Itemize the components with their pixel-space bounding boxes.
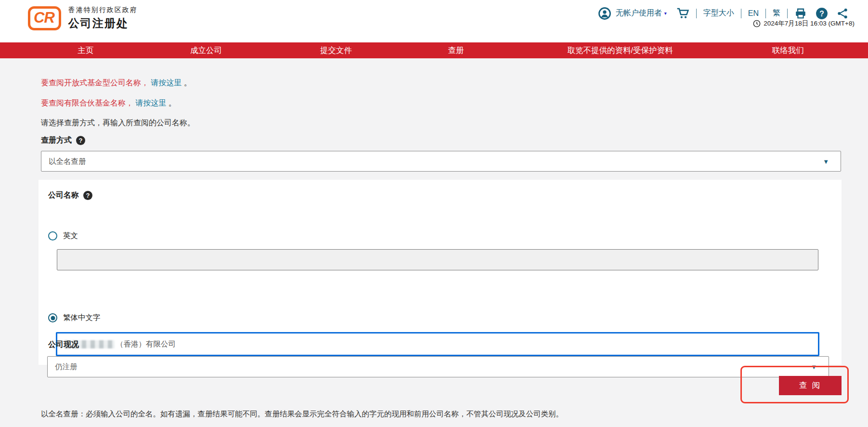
- search-button[interactable]: 查 阅: [779, 376, 842, 395]
- cr-logo: CR: [28, 6, 61, 30]
- datetime-text: 2024年7月18日 16:03 (GMT+8): [764, 19, 855, 28]
- user-menu-label: 无帐户使用者: [616, 8, 662, 18]
- nav-item-home[interactable]: 主页: [78, 42, 94, 58]
- notice-open-fund: 要查阅开放式基金型公司名称， 请按这里 。: [41, 78, 192, 88]
- user-menu[interactable]: 无帐户使用者 ▾: [598, 7, 667, 20]
- caret-down-icon: ▼: [823, 158, 829, 165]
- search-mode-select[interactable]: 以全名查册 ▼: [41, 151, 841, 172]
- nav-item-incorporation[interactable]: 成立公司: [190, 42, 222, 58]
- footnote: 以全名查册：必须输入公司的全名。如有遗漏，查册结果可能不同。查册结果会显示完全符…: [41, 409, 840, 419]
- notice-lp-fund: 要查阅有限合伙基金名称， 请按这里 。: [41, 98, 176, 108]
- cart-icon[interactable]: [676, 7, 689, 20]
- notice-text: 要查阅开放式基金型公司名称，: [41, 79, 149, 87]
- search-mode-value: 以全名查册: [49, 156, 86, 166]
- caret-down-icon: ▾: [664, 11, 667, 16]
- company-status-select[interactable]: 仍注册 ▼: [47, 356, 829, 377]
- main-nav: 主页 成立公司 提交文件 查册 取览不提供的资料/受保护资料 联络我们: [0, 42, 868, 58]
- radio-english[interactable]: 英文: [48, 231, 78, 241]
- chinese-name-input[interactable]: （香港）有限公司: [56, 332, 819, 356]
- radio-circle-icon[interactable]: [48, 313, 57, 322]
- radio-traditional-chinese[interactable]: 繁体中文字: [48, 313, 101, 323]
- chinese-name-value: （香港）有限公司: [116, 339, 176, 349]
- search-mode-label: 查册方式 ?: [41, 135, 85, 146]
- font-size-control[interactable]: 字型大小: [703, 8, 734, 18]
- nav-item-filing[interactable]: 提交文件: [320, 42, 352, 58]
- radio-circle-icon[interactable]: [48, 231, 57, 240]
- clock-icon: [753, 20, 761, 27]
- company-status-label: 公司现况: [48, 340, 79, 350]
- svg-text:?: ?: [819, 9, 824, 17]
- click-here-link[interactable]: 请按这里: [135, 99, 166, 107]
- lang-traditional-link[interactable]: 繁: [773, 8, 780, 18]
- divider: [787, 9, 788, 18]
- help-icon[interactable]: ?: [816, 7, 828, 20]
- dept-title: 公司注册处: [68, 16, 138, 31]
- user-icon: [598, 7, 611, 20]
- search-instruction: 请选择查册方式，再输入所查阅的公司名称。: [41, 118, 195, 128]
- lang-en-link[interactable]: EN: [748, 9, 759, 18]
- gov-title: 香港特别行政区政府: [68, 6, 138, 14]
- divider: [696, 9, 697, 18]
- brand: CR 香港特别行政区政府 公司注册处: [28, 6, 138, 31]
- help-badge-icon[interactable]: ?: [83, 191, 92, 200]
- print-icon[interactable]: [794, 7, 807, 20]
- company-status-value: 仍注册: [55, 362, 78, 372]
- share-icon[interactable]: [837, 8, 848, 19]
- datetime-display: 2024年7月18日 16:03 (GMT+8): [753, 19, 855, 28]
- nav-item-contact[interactable]: 联络我们: [772, 42, 804, 58]
- english-name-input[interactable]: [57, 249, 818, 270]
- divider: [741, 9, 741, 18]
- notice-text: 要查阅有限合伙基金名称，: [41, 99, 133, 107]
- header: CR 香港特别行政区政府 公司注册处 无帐户使用者 ▾: [0, 0, 868, 42]
- divider: [765, 9, 766, 18]
- click-here-link[interactable]: 请按这里: [151, 79, 181, 87]
- company-name-label: 公司名称 ?: [48, 190, 92, 200]
- main-content: 要查阅开放式基金型公司名称， 请按这里 。 要查阅有限合伙基金名称， 请按这里 …: [0, 58, 868, 427]
- nav-item-protected-info[interactable]: 取览不提供的资料/受保护资料: [567, 42, 673, 58]
- company-name-panel: 公司名称 ? 英文 繁体中文字 （香港）有限公司 公司现况 仍注册 ▼: [39, 180, 842, 365]
- help-badge-icon[interactable]: ?: [76, 136, 85, 145]
- nav-item-search[interactable]: 查册: [448, 42, 464, 58]
